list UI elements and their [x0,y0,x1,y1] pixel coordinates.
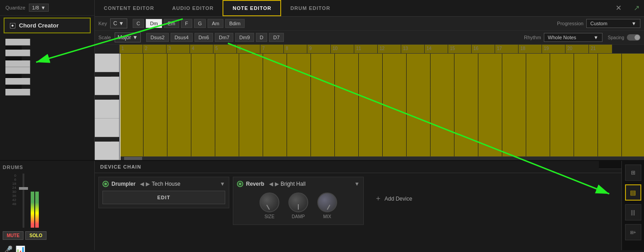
device-view-icon: ▤ [630,189,636,196]
piano-strip-white [95,100,119,118]
progression-select[interactable]: Custom ▼ [586,19,640,28]
chord-btn-bdim[interactable]: Bdim [225,19,245,28]
tab-audio-editor[interactable]: AUDIO EDITOR [163,1,223,15]
chord-btn-dsus4[interactable]: Dsus4 [171,33,193,42]
scale-select-area[interactable]: Scale Major ▼ [98,32,141,42]
chord-btn-g[interactable]: G [194,19,206,28]
mix-knob-group: MIX [317,192,337,219]
drums-title: DRUMS [3,165,92,170]
grid-area: 123456789101112131415161718192021 [95,45,644,160]
grid-num-21: 21 [589,45,612,53]
grid-num-8: 8 [284,45,307,53]
device-chain: DEVICE CHAIN ✕ Drumpler ◀ ▶ Tech House [95,161,621,250]
chord-btn-dm7[interactable]: Dm7 [215,33,233,42]
chord-btn-c[interactable]: C [133,19,144,28]
grid-rows [120,54,644,156]
chord-btn-am[interactable]: Am [208,19,223,28]
drumpler-power-button[interactable] [102,181,109,187]
chord-btn-dsus2[interactable]: Dsus2 [146,33,168,42]
close-icon[interactable]: ✕ [616,4,621,12]
rhythm-value: Whole Notes [548,35,576,40]
grid-plus-button[interactable]: ⊞+ [625,224,641,240]
volume-fader[interactable] [19,174,28,228]
solo-button[interactable]: SOLO [25,231,46,240]
playhead[interactable] [120,54,120,160]
scale-label: Scale [98,35,111,40]
drumpler-next-arrow[interactable]: ▶ [146,181,150,187]
piano-key-black [5,46,22,50]
piano-strip-white [95,119,119,137]
scrollbar-thumb[interactable] [124,157,142,160]
quantize-row: Quantize 1/8 ▼ [0,0,94,16]
grid-plus-icon: ⊞+ [630,230,636,235]
piano-keys-strip [95,45,120,160]
drumpler-preset-dropdown[interactable]: ▼ [220,181,225,187]
chord-btn-dm6[interactable]: Dm6 [195,33,213,42]
progression-label: Progression [557,21,584,26]
reverb-preset-dropdown[interactable]: ▼ [354,181,360,187]
chord-btn-f[interactable]: F [181,19,192,28]
piano-key-white [5,39,30,46]
vu-meter [31,174,39,228]
device-view-button[interactable]: ▤ [625,184,641,201]
key-select[interactable]: Key C ▼ [98,18,127,28]
piano-strip-white [95,54,119,72]
note-grid: 123456789101112131415161718192021 [120,45,644,160]
reverb-power-button[interactable] [237,181,243,187]
tab-content-editor[interactable]: CONTENT EDITOR [95,1,163,15]
drumpler-edit-button[interactable]: EDIT [102,191,225,204]
grid-num-9: 9 [307,45,331,53]
chord-btn-dm9[interactable]: Dm9 [235,33,254,42]
bars-button[interactable]: ||| [625,204,641,220]
piano-strip-black [95,137,111,142]
mix-knob[interactable] [317,192,337,212]
chord-creator-checkbox[interactable]: ■ [10,23,15,28]
grid-num-16: 16 [472,45,495,53]
drumpler-device: Drumpler ◀ ▶ Tech House ▼ EDIT [98,177,229,208]
progression-dropdown-icon: ▼ [631,21,636,26]
chord-btn-d[interactable]: D [256,33,268,42]
reverb-prev-arrow[interactable]: ◀ [269,181,273,187]
chord-btn-dm[interactable]: Dm [146,19,162,28]
piano-key-black [5,56,22,60]
add-device-button[interactable]: ＋ Add Device [367,190,419,207]
drumpler-preset-nav: ◀ ▶ Tech House [140,181,180,187]
chord-creator-row[interactable]: ■ Chord Creator [4,18,91,33]
mute-button[interactable]: MUTE [3,231,23,240]
reverb-knobs: SIZE DAMP MIX [237,191,360,221]
tab-drum-editor[interactable]: DRUM EDITOR [281,1,339,15]
rhythm-select[interactable]: Whole Notes ▼ [544,33,602,42]
devices-row: Drumpler ◀ ▶ Tech House ▼ EDIT [95,173,621,250]
grid-view-button[interactable]: ⊞ [625,165,641,181]
chord-btn-d7[interactable]: D7 [269,33,283,42]
drumpler-prev-arrow[interactable]: ◀ [140,181,144,187]
chord-creator-label: Chord Creator [19,22,59,29]
spacing-toggle[interactable] [627,34,640,41]
horizontal-scrollbar[interactable] [120,156,644,160]
grid-num-13: 13 [401,45,425,53]
reverb-preset-nav: ◀ ▶ Bright Hall [269,181,306,187]
right-panel-bottom: ⊞ ▤ ||| ⊞+ [621,161,644,250]
key-dropdown[interactable]: C ▼ [110,18,127,28]
piano-key-white [5,78,30,85]
quantize-select[interactable]: 1/8 ▼ [29,4,49,12]
reverb-next-arrow[interactable]: ▶ [275,181,279,187]
microphone-icon: 🎤 [3,245,13,252]
size-knob[interactable] [259,192,279,212]
chord-btn-em[interactable]: Em [164,19,180,28]
piano-key-white [5,50,30,56]
chord-row: Key C ▼ CDmEmFGAmBdim Progression Custom… [95,17,644,31]
grid-num-7: 7 [260,45,284,53]
piano-key-black [5,85,22,89]
drums-panel: DRUMS 0 6 18 24 30 36 42 48 [0,161,95,250]
drumpler-name: Drumpler [111,181,135,187]
grid-num-2: 2 [143,45,167,53]
piano-key-white [5,67,30,74]
device-chain-title: DEVICE CHAIN [100,164,141,170]
fader-thumb[interactable] [19,187,28,190]
scale-dropdown[interactable]: Major ▼ [115,32,141,42]
damp-knob[interactable] [288,192,308,212]
vu-bar-left [31,192,34,228]
grid-num-10: 10 [331,45,354,53]
tab-note-editor[interactable]: NOTE EDITOR [222,0,281,16]
